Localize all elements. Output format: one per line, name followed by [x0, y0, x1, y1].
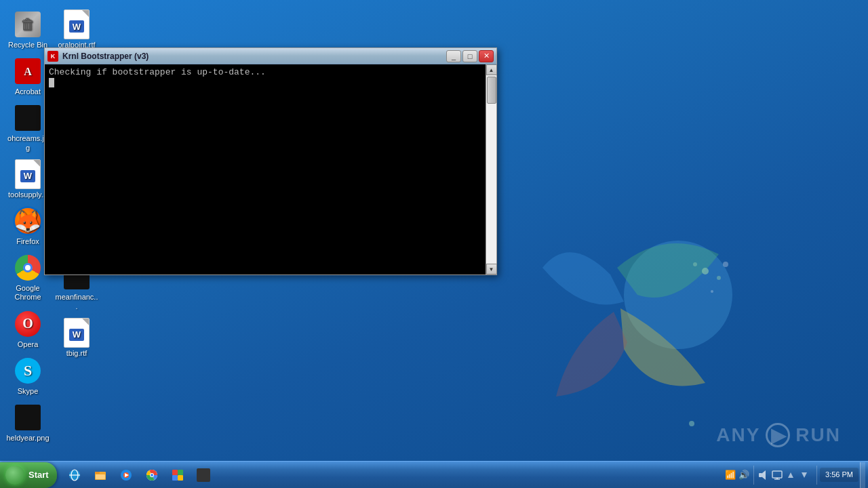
scroll-thumb[interactable]: [487, 77, 496, 104]
svg-rect-31: [759, 473, 762, 477]
tbig-icon: W: [63, 319, 90, 346]
icon-label-opera: Opera: [18, 340, 39, 349]
icon-recycle-bin[interactable]: 🗑 Recycle Bin: [3, 7, 52, 54]
console-text: Checking if bootstrapper is up-to-date..…: [49, 67, 266, 77]
start-orb: [5, 466, 24, 485]
taskbar-explorer[interactable]: [88, 464, 113, 487]
taskbar-chrome[interactable]: [140, 464, 164, 487]
svg-point-26: [151, 474, 153, 476]
win7-logo-decoration: [515, 214, 753, 451]
tray-arrow2-icon: [799, 470, 810, 481]
taskbar-right: 📶 🔊: [718, 462, 868, 488]
console-cursor: [49, 78, 54, 87]
svg-rect-30: [178, 475, 183, 481]
window-title: Krnl Bootstrapper (v3): [62, 52, 443, 61]
svg-rect-29: [172, 475, 178, 481]
icon-label-firefox: Firefox: [16, 237, 39, 246]
tray-speaker-icon: [758, 470, 769, 481]
taskbar-wmp[interactable]: [114, 464, 138, 487]
icon-label-skype: Skype: [18, 387, 39, 396]
oralpoint-icon: W: [63, 11, 90, 38]
system-tray: 📶 🔊: [721, 466, 814, 485]
heldyear-icon: [14, 404, 41, 431]
svg-marker-36: [788, 472, 793, 478]
svg-point-4: [723, 262, 728, 267]
svg-rect-19: [95, 472, 100, 474]
svg-text:A: A: [24, 66, 32, 77]
console-output: Checking if bootstrapper is up-to-date..…: [45, 64, 496, 274]
tray-separator: [753, 466, 754, 485]
tray-monitor-icon: [772, 470, 783, 481]
tray-volume-icon: 🔊: [738, 470, 749, 480]
tray-arrow-icon: [785, 470, 796, 481]
svg-point-1: [702, 268, 709, 274]
window-icon: K: [47, 51, 58, 62]
icon-oralpoint[interactable]: W oralpoint.rtf: [52, 7, 101, 54]
svg-rect-33: [772, 471, 782, 478]
skype-icon: S: [14, 357, 41, 384]
icon-opera[interactable]: O Opera: [3, 306, 52, 353]
icon-label-ohcreams: ohcreams.jpg: [6, 134, 50, 152]
icon-label-google-chrome: Google Chrome: [6, 284, 50, 302]
svg-rect-27: [172, 470, 178, 475]
icon-label-meanfinance: meanfinanc...: [55, 293, 98, 310]
firefox-icon: 🦊: [14, 207, 41, 235]
svg-point-2: [717, 276, 721, 280]
tray-network-icon: 📶: [725, 470, 736, 480]
chrome-taskbar-icon: [145, 468, 159, 482]
anyrun-watermark: ANY ▶ RUN: [716, 423, 841, 447]
taskbar-flag[interactable]: [165, 464, 190, 487]
svg-marker-32: [762, 470, 766, 480]
system-clock[interactable]: 3:56 PM: [820, 468, 859, 482]
scroll-up-button[interactable]: ▲: [486, 64, 497, 75]
icon-label-toolsupply: toolsupply...: [8, 190, 47, 199]
svg-point-3: [693, 262, 697, 266]
taskbar-items: [60, 464, 718, 487]
icon-tbig[interactable]: W tbig.rtf: [52, 315, 101, 362]
ohcreams-icon: [14, 104, 41, 131]
toolsupply-icon: W: [14, 161, 41, 188]
icon-label-heldyear: heldyear.png: [7, 434, 50, 443]
anyrun-run-text: RUN: [795, 424, 841, 446]
anyrun-play-icon: ▶: [766, 423, 790, 447]
svg-point-5: [711, 290, 713, 293]
taskbar-ie[interactable]: [62, 464, 87, 487]
start-button[interactable]: Start: [0, 462, 57, 488]
svg-rect-20: [96, 474, 105, 479]
desktop: 🗑 Recycle Bin A Acrobat ohcreams.jpg: [0, 0, 868, 488]
opera-icon: O: [14, 310, 41, 338]
taskbar: Start: [0, 461, 868, 488]
window-controls: _ □ ✕: [446, 50, 494, 62]
flag-icon: [171, 468, 184, 482]
taskbar-empty[interactable]: [191, 464, 216, 487]
minimize-button[interactable]: _: [446, 50, 461, 62]
ie-icon: [68, 468, 81, 482]
show-desktop-button[interactable]: [860, 462, 865, 488]
svg-marker-37: [802, 472, 807, 478]
maximize-button[interactable]: □: [462, 50, 477, 62]
icon-label-recycle-bin: Recycle Bin: [8, 41, 47, 49]
icon-skype[interactable]: S Skype: [3, 353, 52, 400]
window-titlebar[interactable]: K Krnl Bootstrapper (v3) _ □ ✕: [45, 48, 496, 64]
acrobat-icon: A: [14, 58, 41, 85]
recycle-bin-icon: 🗑: [14, 11, 41, 38]
console-window[interactable]: K Krnl Bootstrapper (v3) _ □ ✕ Checking …: [44, 47, 497, 275]
window-body: Checking if bootstrapper is up-to-date..…: [45, 64, 496, 274]
wmp-icon: [119, 468, 133, 482]
svg-point-6: [689, 421, 694, 426]
empty-taskbar-icon: [197, 468, 210, 482]
close-button[interactable]: ✕: [479, 50, 494, 62]
start-label: Start: [28, 470, 49, 480]
icon-heldyear[interactable]: heldyear.png: [3, 400, 52, 447]
scrollbar-track[interactable]: ▲ ▼: [486, 64, 496, 274]
icon-label-tbig: tbig.rtf: [66, 349, 87, 358]
svg-rect-28: [178, 470, 183, 475]
tray-separator-2: [816, 466, 817, 485]
scroll-down-button[interactable]: ▼: [486, 264, 497, 274]
clock-time: 3:56 PM: [825, 470, 853, 480]
anyrun-text: ANY: [716, 424, 760, 446]
chrome-icon: [14, 254, 41, 281]
explorer-icon: [94, 468, 107, 482]
icon-label-acrobat: Acrobat: [15, 87, 41, 96]
